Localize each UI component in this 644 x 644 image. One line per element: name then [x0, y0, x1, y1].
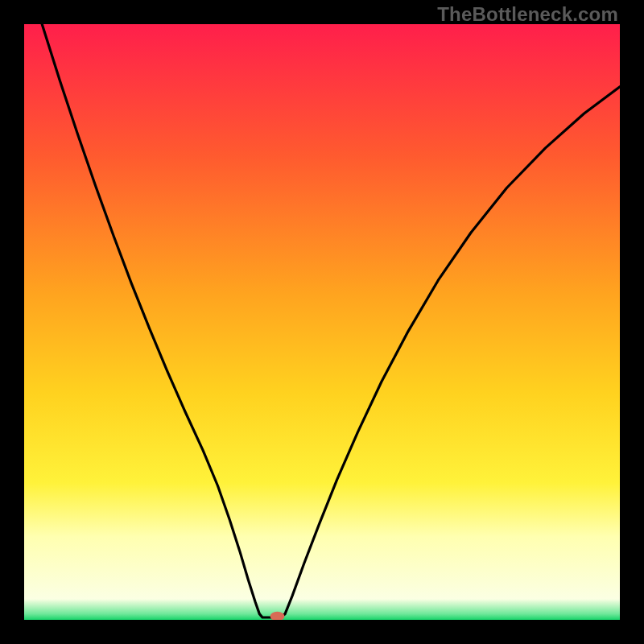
bottleneck-chart — [24, 24, 620, 620]
watermark-label: TheBottleneck.com — [437, 3, 618, 26]
gradient-background — [24, 24, 620, 620]
plot-area — [24, 24, 620, 620]
chart-frame: TheBottleneck.com — [0, 0, 644, 644]
